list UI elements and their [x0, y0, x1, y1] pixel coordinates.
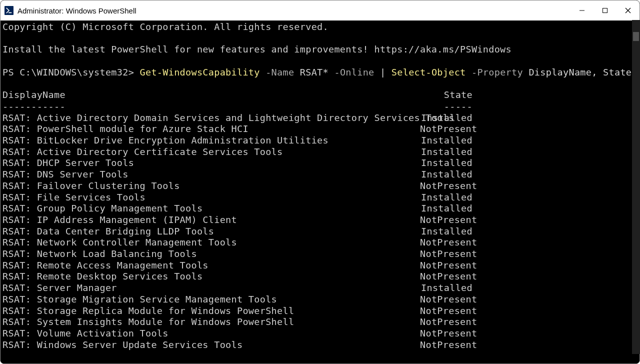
table-row: RSAT: Group Policy Management ToolsInsta…: [2, 203, 638, 214]
command-line: PS C:\WINDOWS\system32> Get-WindowsCapab…: [2, 67, 638, 78]
cell-state: Installed: [420, 282, 472, 294]
powershell-window: Administrator: Windows PowerShell Copyri…: [0, 0, 640, 364]
cell-displayname: RSAT: PowerShell module for Azure Stack …: [2, 124, 420, 135]
window-title: Administrator: Windows PowerShell: [18, 6, 136, 15]
table-row: RSAT: Active Directory Domain Services a…: [2, 112, 638, 124]
cell-displayname: RSAT: Data Center Bridging LLDP Tools: [2, 226, 420, 238]
table-row: RSAT: Active Directory Certificate Servi…: [2, 146, 638, 158]
table-row: RSAT: IP Address Management (IPAM) Clien…: [2, 214, 638, 226]
cell-displayname: RSAT: Remote Access Management Tools: [2, 260, 420, 272]
table-row: RSAT: Data Center Bridging LLDP ToolsIns…: [2, 226, 638, 238]
param: -Property: [466, 67, 523, 78]
blank-line: [2, 78, 638, 90]
cell-state: Installed: [420, 192, 472, 204]
cell-displayname: RSAT: Storage Migration Service Manageme…: [2, 294, 420, 306]
blank-line: [2, 33, 638, 44]
cell-displayname: RSAT: DHCP Server Tools: [2, 158, 420, 169]
comma: ,: [592, 67, 597, 78]
cell-displayname: RSAT: Volume Activation Tools: [2, 328, 420, 340]
cell-state: NotPresent: [420, 214, 472, 226]
param: -Online: [328, 67, 374, 78]
table-header: DisplayName State: [2, 90, 638, 101]
cell-displayname: RSAT: IP Address Management (IPAM) Clien…: [2, 214, 420, 226]
table-row: RSAT: BitLocker Drive Encryption Adminis…: [2, 135, 638, 146]
table-row: RSAT: Storage Replica Module for Windows…: [2, 306, 638, 317]
minimize-button[interactable]: [570, 0, 594, 20]
cell-displayname: RSAT: Group Policy Management Tools: [2, 203, 420, 214]
table-row: RSAT: Storage Migration Service Manageme…: [2, 294, 638, 306]
cell-displayname: RSAT: BitLocker Drive Encryption Adminis…: [2, 135, 420, 146]
cell-state: NotPresent: [420, 180, 472, 192]
header-state: State: [420, 90, 472, 101]
cell-displayname: RSAT: Windows Server Update Services Too…: [2, 340, 420, 351]
window-controls: [570, 0, 640, 20]
arg: RSAT*: [294, 67, 328, 78]
table-row: RSAT: Failover Clustering ToolsNotPresen…: [2, 180, 638, 192]
cell-state: NotPresent: [420, 328, 472, 340]
powershell-icon: [4, 6, 14, 15]
cell-displayname: RSAT: DNS Server Tools: [2, 169, 420, 180]
cell-state: NotPresent: [420, 237, 472, 248]
table-row: RSAT: Remote Desktop Services ToolsNotPr…: [2, 271, 638, 282]
cell-displayname: RSAT: Network Load Balancing Tools: [2, 248, 420, 260]
cell-state: Installed: [420, 169, 472, 180]
cmdlet: Get-WindowsCapability: [140, 67, 260, 78]
table-row: RSAT: File Services ToolsInstalled: [2, 192, 638, 204]
cell-displayname: RSAT: Failover Clustering Tools: [2, 180, 420, 192]
param: -Name: [260, 67, 294, 78]
cell-state: Installed: [420, 203, 472, 214]
table-row: RSAT: Volume Activation ToolsNotPresent: [2, 328, 638, 340]
cell-state: NotPresent: [420, 248, 472, 260]
header-displayname: DisplayName: [2, 90, 420, 101]
scrollbar-vertical[interactable]: [632, 20, 640, 354]
blank-line: [2, 56, 638, 67]
table-row: RSAT: Network Load Balancing ToolsNotPre…: [2, 248, 638, 260]
cell-displayname: RSAT: Network Controller Management Tool…: [2, 237, 420, 248]
svg-rect-2: [603, 8, 608, 13]
cell-displayname: RSAT: Server Manager: [2, 282, 420, 294]
cell-displayname: RSAT: Active Directory Certificate Servi…: [2, 146, 420, 158]
cell-displayname: RSAT: System Insights Module for Windows…: [2, 316, 420, 328]
cell-state: NotPresent: [420, 124, 472, 135]
table-row: RSAT: PowerShell module for Azure Stack …: [2, 124, 638, 135]
close-button[interactable]: [616, 0, 640, 20]
table-header-rule: ----------- -----: [2, 101, 638, 112]
cell-state: Installed: [420, 135, 472, 146]
table-body: RSAT: Active Directory Domain Services a…: [2, 112, 638, 351]
table-row: RSAT: Network Controller Management Tool…: [2, 237, 638, 248]
table-row: RSAT: Remote Access Management ToolsNotP…: [2, 260, 638, 272]
cell-displayname: RSAT: Storage Replica Module for Windows…: [2, 306, 420, 317]
cmdlet: Select-Object: [392, 67, 466, 78]
copyright-line: Copyright (C) Microsoft Corporation. All…: [2, 22, 638, 33]
cell-state: Installed: [420, 226, 472, 238]
table-row: RSAT: Server ManagerInstalled: [2, 282, 638, 294]
table-row: RSAT: DNS Server ToolsInstalled: [2, 169, 638, 180]
cell-displayname: RSAT: File Services Tools: [2, 192, 420, 204]
cell-state: NotPresent: [420, 340, 472, 351]
cell-state: Installed: [420, 146, 472, 158]
terminal-output[interactable]: Copyright (C) Microsoft Corporation. All…: [0, 20, 640, 364]
cell-state: NotPresent: [420, 306, 472, 317]
table-row: RSAT: System Insights Module for Windows…: [2, 316, 638, 328]
table-row: RSAT: DHCP Server ToolsInstalled: [2, 158, 638, 169]
arg: DisplayName: [523, 67, 592, 78]
header-rule: -----: [420, 101, 472, 112]
scroll-thumb[interactable]: [633, 32, 639, 41]
maximize-button[interactable]: [594, 0, 616, 20]
cell-state: NotPresent: [420, 294, 472, 306]
table-row: RSAT: Windows Server Update Services Too…: [2, 340, 638, 351]
prompt: PS C:\WINDOWS\system32>: [2, 67, 140, 78]
cell-displayname: RSAT: Remote Desktop Services Tools: [2, 271, 420, 282]
cell-state: NotPresent: [420, 271, 472, 282]
cell-state: NotPresent: [420, 316, 472, 328]
titlebar[interactable]: Administrator: Windows PowerShell: [0, 0, 640, 20]
cell-state: NotPresent: [420, 260, 472, 272]
pipe: |: [374, 67, 392, 78]
arg: State: [598, 67, 632, 78]
cell-state: Installed: [420, 158, 472, 169]
install-hint-line: Install the latest PowerShell for new fe…: [2, 44, 638, 56]
header-rule: -----------: [2, 101, 420, 112]
cell-state: Installed: [420, 112, 472, 124]
cell-displayname: RSAT: Active Directory Domain Services a…: [2, 112, 420, 124]
